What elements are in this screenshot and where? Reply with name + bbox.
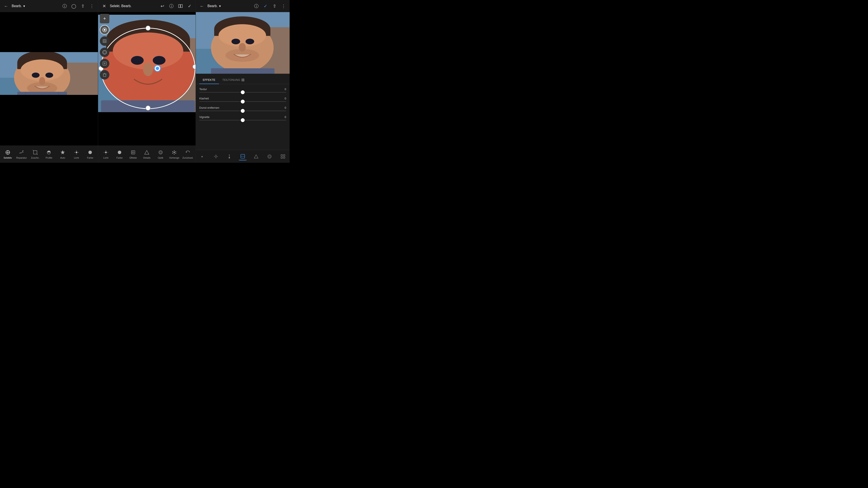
svg-point-22 [76,152,78,153]
mid-toolbar-vorhenge[interactable]: Vorhenge [168,149,180,159]
right-help-icon[interactable]: ⓘ [253,3,260,9]
right-lens-icon[interactable] [266,153,273,160]
mid-undo-icon[interactable]: ↩ [159,3,166,9]
vignette-thumb[interactable] [241,118,245,122]
mid-toolbar-optik[interactable]: Optik [155,149,166,159]
svg-point-88 [246,39,254,44]
svg-point-72 [160,152,161,153]
more-icon[interactable]: ⋮ [88,3,95,9]
middle-sidebar: + [98,12,111,81]
left-title: Bearb. ▼ [12,4,26,8]
right-more-icon[interactable]: ⋮ [280,3,287,9]
mid-help-icon[interactable]: ⓘ [168,3,175,9]
auto-icon [59,149,66,156]
svg-point-65 [118,151,121,154]
svg-point-27 [88,151,92,154]
toolbar-reparatur[interactable]: Reparatur [16,149,27,159]
right-share-icon[interactable]: ⇧ [271,3,278,9]
right-triangle-icon[interactable] [252,153,260,160]
textur-track[interactable] [199,92,286,92]
mid-details-label: Details [143,156,151,159]
mid-close-button[interactable]: ✕ [101,3,107,9]
textur-thumb[interactable] [241,90,245,94]
toolbar-zuschn[interactable]: Zuschn. [30,149,41,159]
left-panel: ← Bearb. ▼ ⓘ ◯ ⇧ ⋮ [0,0,98,163]
svg-rect-11 [17,92,67,95]
reparatur-icon [18,149,25,156]
profile-label: Profile [45,156,52,159]
toolbar-profile[interactable]: Profile [43,149,55,159]
mid-confirm-icon[interactable]: ✓ [186,3,193,9]
svg-rect-94 [242,80,243,81]
svg-marker-70 [145,150,149,154]
right-auto-icon[interactable]: ✦ [198,153,207,160]
slider-vignette: Vignette 0 [199,115,286,120]
svg-marker-21 [61,150,65,154]
right-effects-icon[interactable] [239,153,247,160]
toolbar-farbe[interactable]: Farbe [85,149,96,159]
svg-rect-18 [33,151,37,154]
right-title-dropdown-icon[interactable]: ▼ [218,4,221,8]
auto-label: Auto [60,156,65,159]
farbe-label: Farbe [87,156,93,159]
middle-panel: ✕ Selekt. Bearb. ↩ ⓘ ✓ + [98,0,196,163]
toolbar-licht[interactable]: Licht [71,149,82,159]
tab-effekte[interactable]: EFFEKTE [199,76,219,84]
gradient-filter-btn[interactable] [100,36,110,46]
delete-selection-btn[interactable] [100,70,110,80]
middle-photo-area[interactable] [98,12,195,146]
zuschn-label: Zuschn. [31,156,39,159]
vignette-label: Vignette [199,115,210,119]
help-icon[interactable]: ⓘ [61,3,68,9]
klarheit-track[interactable] [199,101,286,102]
share-icon[interactable]: ⇧ [79,3,86,9]
mid-toolbar-effekte[interactable]: Effekte [127,149,139,159]
dunst-track[interactable] [199,111,286,111]
svg-line-20 [37,154,38,155]
svg-point-103 [229,157,230,158]
mid-farbe-icon [116,149,123,156]
mid-toolbar-farbe[interactable]: Farbe [114,149,125,159]
mid-toolbar-licht[interactable]: Licht [100,149,112,159]
slider-textur: Textur 0 [199,88,286,92]
mid-toolbar-details[interactable]: Details [141,149,152,159]
middle-title-text: Selekt. Bearb. [110,4,132,8]
toolbar-auto[interactable]: Auto [57,149,68,159]
edit-overlay-btn[interactable] [100,59,110,68]
tab-teiltonung[interactable]: TEILTONUNG [219,76,248,84]
slider-klarheit: Klarheit 0 [199,97,286,102]
right-temp-icon[interactable] [225,153,233,160]
right-sun-icon[interactable] [212,153,220,160]
mid-toolbar-zurueckset[interactable]: Zurückset. [182,149,193,159]
svg-point-97 [215,156,217,157]
radial-filter-btn[interactable] [100,25,110,35]
toolbar-selektiv[interactable]: Selektiv [2,149,13,159]
dunst-thumb[interactable] [241,109,245,113]
loading-icon: ◯ [70,3,77,9]
brush-filter-btn[interactable] [100,48,110,57]
svg-line-19 [33,150,33,151]
back-button[interactable]: ← [3,3,9,9]
right-grid-icon[interactable] [279,153,287,160]
left-title-dropdown-icon[interactable]: ▼ [23,4,26,8]
dunst-label: Dunst entfernen [199,106,219,109]
svg-point-54 [146,26,150,31]
middle-title: Selekt. Bearb. [110,4,132,8]
klarheit-thumb[interactable] [241,100,245,103]
right-check-icon[interactable]: ✓ [262,3,269,9]
left-topbar: ← Bearb. ▼ ⓘ ◯ ⇧ ⋮ [0,0,98,12]
mid-compare-icon[interactable] [177,3,184,9]
slider-dunst: Dunst entfernen 0 [199,106,286,111]
right-back-button[interactable]: ← [198,3,205,9]
svg-point-90 [225,49,259,62]
svg-point-49 [131,56,144,65]
add-selection-btn[interactable]: + [100,14,110,23]
svg-point-51 [143,63,153,76]
svg-point-74 [174,150,175,151]
right-title: Bearb. ▼ [208,4,221,8]
svg-marker-106 [254,155,258,158]
right-title-text: Bearb. [208,4,218,8]
vignette-track[interactable] [199,120,286,120]
dunst-value: 0 [285,106,286,109]
svg-point-71 [159,151,162,154]
